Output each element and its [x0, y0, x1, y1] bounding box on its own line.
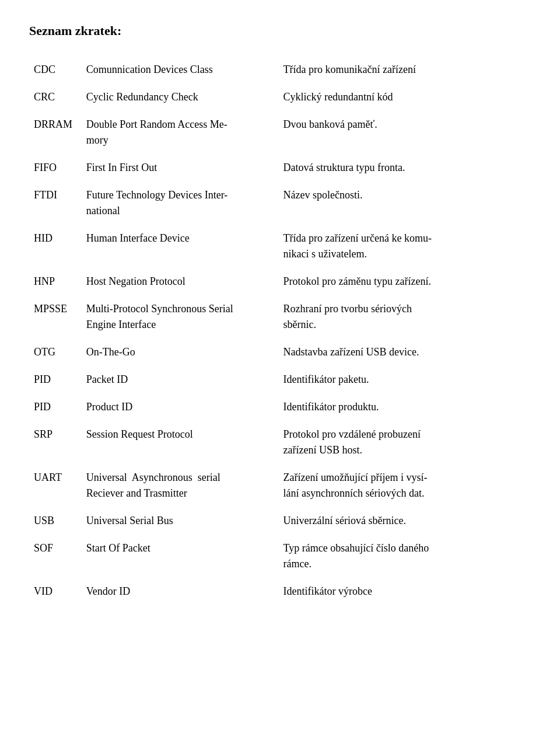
full-name-cell: Double Port Random Access Me-mory — [82, 111, 279, 154]
table-row: SRP Session Request Protocol Protokol pr… — [29, 421, 531, 464]
table-row: DRRAM Double Port Random Access Me-mory … — [29, 111, 531, 154]
table-row: USB Universal Serial Bus Univerzální sér… — [29, 507, 531, 535]
abbr-cell: OTG — [29, 338, 82, 366]
table-row: HID Human Interface Device Třída pro zař… — [29, 225, 531, 268]
abbr-cell: UART — [29, 464, 82, 507]
table-row: CDC Comunnication Devices Class Třída pr… — [29, 56, 531, 83]
full-name-cell: First In First Out — [82, 154, 279, 181]
abbr-cell: CRC — [29, 83, 82, 111]
full-name-cell: Product ID — [82, 393, 279, 421]
abbr-cell: HNP — [29, 268, 82, 295]
page-title: Seznam zkratek: — [29, 23, 531, 39]
description-cell: Typ rámce obsahující číslo danéhorámce. — [279, 535, 531, 578]
description-cell: Třída pro komunikační zařízení — [279, 56, 531, 83]
abbr-cell: FTDI — [29, 181, 82, 225]
full-name-cell: Universal Serial Bus — [82, 507, 279, 535]
full-name-cell: Session Request Protocol — [82, 421, 279, 464]
table-row: PID Product ID Identifikátor produktu. — [29, 393, 531, 421]
full-name-cell: Future Technology Devices Inter-national — [82, 181, 279, 225]
abbr-cell: MPSSE — [29, 295, 82, 338]
full-name-cell: On-The-Go — [82, 338, 279, 366]
description-cell: Nadstavba zařízení USB device. — [279, 338, 531, 366]
table-row: HNP Host Negation Protocol Protokol pro … — [29, 268, 531, 295]
abbr-cell: FIFO — [29, 154, 82, 181]
description-cell: Datová struktura typu fronta. — [279, 154, 531, 181]
abbr-cell: HID — [29, 225, 82, 268]
description-cell: Protokol pro záměnu typu zařízení. — [279, 268, 531, 295]
glossary-table: CDC Comunnication Devices Class Třída pr… — [29, 56, 531, 605]
description-cell: Identifikátor paketu. — [279, 366, 531, 393]
abbr-cell: PID — [29, 366, 82, 393]
full-name-cell: Start Of Packet — [82, 535, 279, 578]
full-name-cell: Packet ID — [82, 366, 279, 393]
table-row: VID Vendor ID Identifikátor výrobce — [29, 578, 531, 605]
abbr-cell: CDC — [29, 56, 82, 83]
full-name-cell: Multi-Protocol Synchronous SerialEngine … — [82, 295, 279, 338]
full-name-cell: Cyclic Redundancy Check — [82, 83, 279, 111]
abbr-cell: VID — [29, 578, 82, 605]
description-cell: Rozhraní pro tvorbu sériovýchsběrnic. — [279, 295, 531, 338]
abbr-cell: USB — [29, 507, 82, 535]
table-row: MPSSE Multi-Protocol Synchronous SerialE… — [29, 295, 531, 338]
table-row: FIFO First In First Out Datová struktura… — [29, 154, 531, 181]
abbr-cell: SRP — [29, 421, 82, 464]
abbr-cell: PID — [29, 393, 82, 421]
full-name-cell: Vendor ID — [82, 578, 279, 605]
description-cell: Třída pro zařízení určená ke komu-nikaci… — [279, 225, 531, 268]
description-cell: Protokol pro vzdálené probuzenízařízení … — [279, 421, 531, 464]
abbr-cell: DRRAM — [29, 111, 82, 154]
table-row: PID Packet ID Identifikátor paketu. — [29, 366, 531, 393]
description-cell: Dvou banková paměť. — [279, 111, 531, 154]
full-name-cell: Universal Asynchronous serialReciever an… — [82, 464, 279, 507]
description-cell: Univerzální sériová sběrnice. — [279, 507, 531, 535]
full-name-cell: Comunnication Devices Class — [82, 56, 279, 83]
table-row: UART Universal Asynchronous serialReciev… — [29, 464, 531, 507]
abbr-cell: SOF — [29, 535, 82, 578]
table-row: OTG On-The-Go Nadstavba zařízení USB dev… — [29, 338, 531, 366]
table-row: SOF Start Of Packet Typ rámce obsahující… — [29, 535, 531, 578]
description-cell: Identifikátor produktu. — [279, 393, 531, 421]
table-row: FTDI Future Technology Devices Inter-nat… — [29, 181, 531, 225]
full-name-cell: Host Negation Protocol — [82, 268, 279, 295]
table-row: CRC Cyclic Redundancy Check Cyklický red… — [29, 83, 531, 111]
full-name-cell: Human Interface Device — [82, 225, 279, 268]
description-cell: Identifikátor výrobce — [279, 578, 531, 605]
description-cell: Zařízení umožňující příjem i vysí-lání a… — [279, 464, 531, 507]
description-cell: Cyklický redundantní kód — [279, 83, 531, 111]
description-cell: Název společnosti. — [279, 181, 531, 225]
